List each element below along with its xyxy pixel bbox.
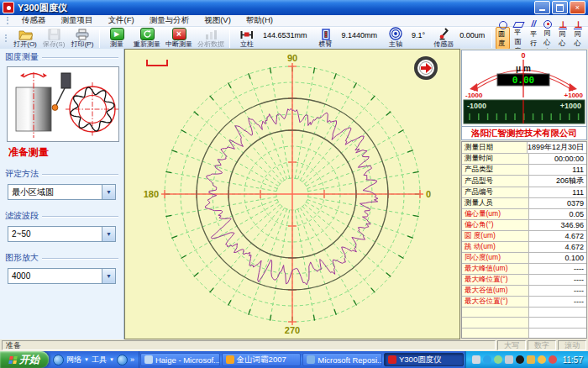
table-row-16 [462,318,586,328]
quick-launch-网络[interactable]: 网络 [66,355,81,365]
status-bar: 准备 大写数字滚动 [0,339,588,351]
table-row-11: 最大峰值(um)---- [462,264,586,275]
system-tray: 11:57 [465,351,588,368]
menu-item-4[interactable]: 视图(V) [197,15,239,26]
mode-button-4[interactable]: ⊥同心度 [556,27,570,50]
chevron-down-icon[interactable]: ▼ [102,227,115,241]
polar-chart-panel: 901800270 [124,49,460,339]
chevron-down-icon[interactable]: ▼ [84,357,89,362]
polar-grid-tick [228,82,232,87]
ie-icon[interactable] [53,355,64,365]
printer-icon[interactable] [472,355,480,364]
dropdown-0[interactable]: 最小区域圆▼ [8,184,116,200]
row-10-label: 同心度(um) [462,253,529,263]
perpendicular-icon: ⊥ [574,20,582,29]
qq2-icon[interactable] [538,355,546,364]
minimize-button[interactable] [534,1,550,14]
table-row-7: 偏心角(°)346.96 [462,220,586,231]
axis-1-value: 9.1440mm [342,31,378,39]
analog-meter: 0 μ m 0.00 -1000 +1000 -1000 +1000 [461,50,587,127]
browser-icon[interactable] [117,355,128,365]
table-row-6: 偏心量(um)0.05 [462,209,586,220]
polar-grid-radial [172,150,277,188]
mode-button-2[interactable]: //平行度 [528,27,539,50]
axis-0-value: 144.6531mm [263,31,307,39]
menu-item-5[interactable]: 帮助(H) [239,15,281,26]
chevron-down-icon[interactable]: ▼ [102,185,115,199]
clock[interactable]: 11:57 [563,355,583,365]
table-row-4: 产品编号111 [462,187,586,198]
sensor-icon [438,29,449,40]
taskbar-task-0[interactable]: Haige - Microsof... [140,353,220,366]
meter-zero-label: 0 [521,51,525,60]
polar-grid-tick [181,130,186,134]
row-6-value: 0.05 [529,209,586,219]
print-button[interactable]: 打印(P) [68,28,97,50]
meter-bar-max: +1000 [560,102,581,110]
axis-2-value: 9.1° [412,31,425,39]
table-row-13: 最大谷值(um)---- [462,286,586,297]
menu-item-0[interactable]: 传感器 [14,15,54,26]
remeasure-button[interactable]: 重新测量 [131,28,163,50]
im-icon[interactable] [549,355,557,364]
menu-item-2[interactable]: 文件(F) [101,15,142,26]
measure-button[interactable]: ▶测量 [102,28,131,50]
close-button[interactable]: × [570,1,585,14]
axis-0-icon-button[interactable]: 立柱 [233,28,261,50]
polar-grid-radial [249,74,286,179]
menu-item-1[interactable]: 测量项目 [54,15,101,26]
analyze-button[interactable]: 分析数据 [195,28,227,50]
polar-grid-radial [166,172,276,192]
taskbar-task-1[interactable]: 金山词霸2007 [222,353,302,366]
folder-open-icon [18,29,33,40]
pen-icon[interactable] [527,355,535,364]
start-button[interactable]: 开始 [0,351,49,368]
axis-3-icon-button[interactable]: 传感器 [429,28,458,50]
chevron-down-icon[interactable]: ▼ [102,269,115,283]
app-icon [3,2,14,13]
save-button[interactable]: 保存(S) [39,28,68,50]
qq-icon[interactable] [516,355,524,364]
mode-button-3[interactable]: 同心度 [541,27,554,50]
row-5-label: 测量人员 [462,198,529,208]
status-indicator-1: 数字 [528,340,556,350]
polar-grid-radial [307,150,412,188]
dropdown-1[interactable]: 2~50▼ [8,226,116,242]
row-12-value: ---- [529,275,586,285]
axis-2-icon-button[interactable]: 主轴 [381,28,410,50]
group-title-0: 评定方法 [5,168,118,180]
taskbar-task-3[interactable]: Y300圆度仪 [384,353,464,366]
taskbar-task-2[interactable]: Microsoft Reposi... [302,353,382,366]
table-row-15 [462,308,586,318]
row-1-label: 测量时间 [462,154,529,164]
msn-icon[interactable] [483,355,491,364]
mode-button-5[interactable]: ⊥同心度 [571,27,585,50]
row-2-label: 产品类型 [462,165,529,175]
mode-button-0[interactable]: 圆度(U) [496,27,510,50]
axis-1-icon-button[interactable]: 横臂 [312,28,340,50]
volume-icon[interactable] [494,355,502,364]
table-row-5: 测量人员0379 [462,198,586,209]
usb-icon[interactable] [505,355,513,364]
sidebar-group-title: 圆度测量 [5,51,118,63]
dropdown-2[interactable]: 4000▼ [8,268,116,284]
polar-grid-radial [302,207,374,292]
menu-item-3[interactable]: 测量与分析 [142,15,197,26]
quick-launch-工具[interactable]: 工具 [92,355,107,365]
dropdown-1-value: 2~50 [8,229,102,239]
row-14-value: ---- [529,297,586,307]
row-0-value: 1899年12月30日 [528,142,586,153]
next-view-icon[interactable] [414,56,438,80]
dropdown-2-value: 4000 [8,271,102,281]
quick-launch-overflow[interactable]: » [130,355,134,364]
angle-label-180: 180 [144,189,159,199]
restore-button[interactable] [552,1,568,14]
row-4-label: 产品编号 [462,187,529,197]
chevron-down-icon[interactable]: ▼ [109,357,114,362]
meter-arc-min: -1000 [465,92,483,99]
circle-icon [499,21,507,29]
mode-button-1[interactable]: 平面度 [512,27,526,50]
interrupt-button[interactable]: ×中断测量 [163,28,195,50]
open-button[interactable]: 打开(O) [11,28,39,50]
parallel-icon: // [532,19,537,29]
